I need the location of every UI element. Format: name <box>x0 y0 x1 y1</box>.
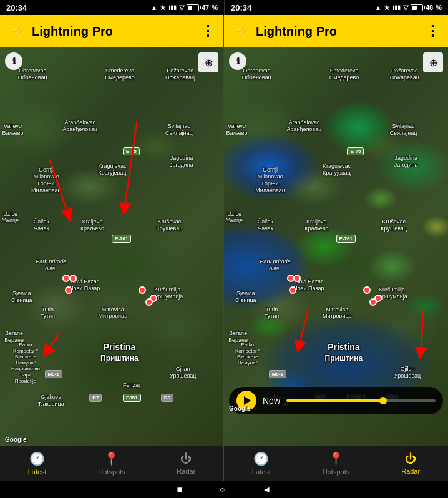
r-city-svilajnac: SvilajnacСвилајнац <box>390 123 417 137</box>
right-status-bar: 20:34 ▲ ★ ⅠⅡⅡ ▽ 48 % <box>224 0 448 15</box>
r-city-sjenica: SjenicaСјеница <box>235 290 256 304</box>
location-icon: ▲ <box>151 4 157 11</box>
nav-hotspots-label-left: Hotspots <box>98 468 125 476</box>
left-app-header: ⚡ Lightning Pro ⋮ <box>0 15 223 47</box>
r-city-arandelovac: AranđelovacАранђеловац <box>287 119 322 133</box>
r-wifi-icon: ▽ <box>403 4 408 12</box>
r-location-button[interactable]: ⊕ <box>423 52 443 72</box>
google-label-left: Google <box>5 436 26 443</box>
r-bluetooth-icon: ★ <box>384 4 390 12</box>
nav-latest-left[interactable]: 🕐 Latest <box>0 446 74 481</box>
left-menu-button[interactable]: ⋮ <box>201 23 215 39</box>
r-location-icon: ▲ <box>375 4 381 11</box>
right-menu-button[interactable]: ⋮ <box>426 23 439 39</box>
city-ferizaj: Ferizaj <box>123 382 140 389</box>
location-button[interactable]: ⊕ <box>198 52 218 72</box>
progress-thumb[interactable] <box>379 397 387 404</box>
back-button[interactable]: ◄ <box>263 484 271 494</box>
city-kragujevac: KragujevacКрагујевац <box>99 163 127 177</box>
city-uzice: UžiceУжице <box>2 211 19 225</box>
r-road-e75: E-75 <box>347 147 364 155</box>
nav-latest-right[interactable]: 🕐 Latest <box>224 446 299 481</box>
lightning-2 <box>69 275 77 282</box>
hotspots-icon-right: 📍 <box>328 451 344 466</box>
r-city-parku: ParkuKombetar "БјешкетеНемуна" <box>235 342 260 366</box>
right-map[interactable]: ObrenovacОбреновац SmederevoСмедерево Po… <box>224 47 448 446</box>
google-label-right: Google <box>229 405 250 412</box>
r-city-mitrovica: MitrovicaМитровица <box>323 306 352 320</box>
circle-button[interactable]: ○ <box>220 484 225 494</box>
nav-radar-right[interactable]: ⏻ Radar <box>373 446 448 481</box>
signal-icon: ⅠⅡⅡ <box>168 4 177 11</box>
square-button[interactable]: ■ <box>177 484 182 494</box>
left-time: 20:34 <box>6 3 27 12</box>
playback-bar: Now <box>229 387 443 414</box>
progress-fill <box>286 399 383 402</box>
clock-icon-left: 🕐 <box>29 451 45 466</box>
r-city-jagodina: JagodinaЈагодина <box>394 155 418 168</box>
hotspots-icon-left: 📍 <box>104 451 119 466</box>
city-svilajnac: SvilajnacСвилајнац <box>165 123 193 137</box>
right-status-icons: ▲ ★ ⅠⅡⅡ ▽ 48 % <box>375 4 442 12</box>
nav-radar-label-left: Radar <box>177 467 195 475</box>
r-city-park-prirode: Park prirodeolija" <box>260 258 290 272</box>
city-gjakova: GjakovaЂаковица <box>38 394 64 408</box>
right-time: 20:34 <box>231 3 251 12</box>
nav-hotspots-left[interactable]: 📍 Hotspots <box>74 446 149 481</box>
right-battery-pct: 48 <box>426 4 433 11</box>
city-arandelovac: AranđelovacАранђеловац <box>62 119 97 133</box>
left-status-icons: ▲ ★ ⅠⅡⅡ ▽ 47 % <box>151 4 218 12</box>
city-cacak: ČačakЧачак <box>34 218 50 232</box>
r-city-krusevac: KruševacКрушевац <box>381 218 407 232</box>
road-e75: E-75 <box>123 147 140 155</box>
r-city-uzice: UžiceУжице <box>226 211 243 225</box>
r-info-button[interactable]: ℹ <box>229 52 246 70</box>
road-e851: E851 <box>123 394 141 402</box>
nav-hotspots-right[interactable]: 📍 Hotspots <box>299 446 374 481</box>
right-app-header: ⚡ Lightning Pro ⋮ <box>224 15 448 47</box>
right-bottom-nav: 🕐 Latest 📍 Hotspots ⏻ Radar <box>224 446 448 481</box>
left-bottom-nav: 🕐 Latest 📍 Hotspots ⏻ Radar <box>0 446 223 481</box>
road-m91: M9-1 <box>45 370 62 378</box>
bluetooth-icon: ★ <box>160 4 166 12</box>
r-city-gjilan: GjilanУрошевац <box>394 366 421 379</box>
city-jagodina: JagodinaЈагодина <box>170 155 193 168</box>
r-city-tutin: TutinТутин <box>265 306 280 320</box>
r-city-valjevo: ValjevoВаљево <box>226 123 248 137</box>
r-city-obrenovac: ObrenovacОбреновац <box>242 67 271 81</box>
r-city-kraljevo: KraljevoКраљево <box>304 218 328 232</box>
city-mitrovica: MitrovicaМитровица <box>99 306 128 320</box>
nav-radar-label-right: Radar <box>401 467 420 475</box>
info-button[interactable]: ℹ <box>5 52 22 70</box>
r-city-smederevo: SmederevoСмедерево <box>329 67 359 81</box>
r-signal-icon: ⅠⅡⅡ <box>392 4 401 11</box>
progress-track[interactable] <box>286 399 436 402</box>
city-gornji-milanovac: GornjiMilanovacГорњиМилановац <box>31 167 61 193</box>
right-battery <box>411 4 423 11</box>
r-city-gornji-milanovac: GornjiMilanovacГорњиМилановац <box>255 167 285 193</box>
city-pozarevac: PožarevacПожаревац <box>165 67 195 81</box>
city-kraljevo: KraljevoКраљево <box>80 218 104 232</box>
r-lightning-3 <box>289 286 296 294</box>
right-panel: ⚡ Lightning Pro ⋮ ObrenovacОбреновац Sme… <box>224 15 448 481</box>
play-triangle-icon <box>244 396 251 405</box>
right-app-title: Lightning Pro <box>256 24 419 39</box>
city-krusevac: KruševacКрушевац <box>157 218 183 232</box>
nav-radar-left[interactable]: ⏻ Radar <box>149 446 223 481</box>
city-smederevo: SmederevoСмедерево <box>105 67 134 81</box>
road-r6: R6 <box>161 394 173 402</box>
city-obrenovac: ObrenovacОбреновац <box>18 67 47 81</box>
map-background <box>0 47 223 446</box>
left-battery-pct: 47 <box>202 4 209 11</box>
radar-overlay <box>224 47 448 446</box>
city-pristina: PristinaПриштина <box>100 342 139 363</box>
r-road-m91: M9-1 <box>269 370 286 378</box>
wifi-icon: ▽ <box>179 4 184 12</box>
city-sjenica: SjenicaСјеница <box>11 290 32 304</box>
r-lightning-2 <box>293 275 301 282</box>
nav-latest-label-right: Latest <box>252 468 271 476</box>
r-city-pristina: PristinaПриштина <box>325 342 363 363</box>
road-r7: R7 <box>89 394 102 402</box>
clock-icon-right: 🕐 <box>253 451 269 466</box>
left-map[interactable]: ObrenovacОбреновац SmederevoСмедерево Po… <box>0 47 223 446</box>
